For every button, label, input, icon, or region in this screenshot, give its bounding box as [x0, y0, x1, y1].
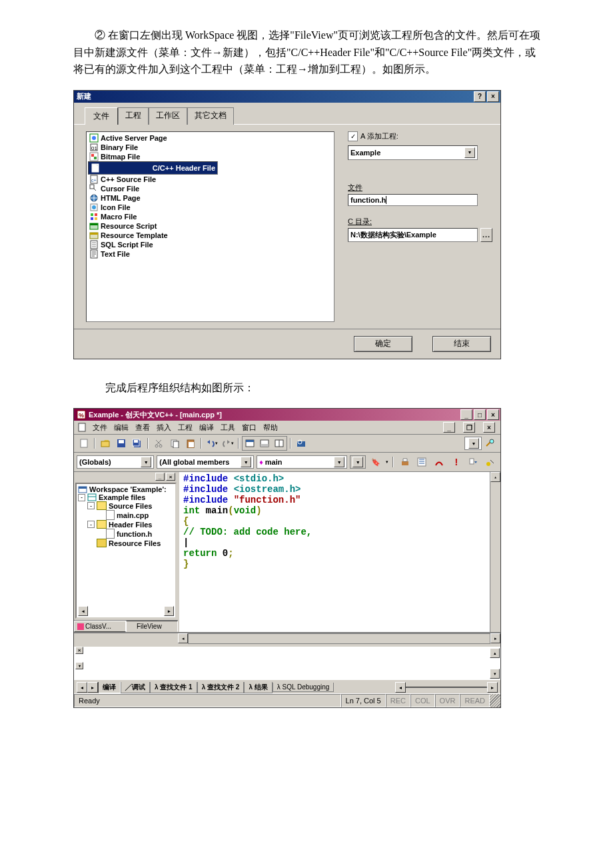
search-combo-icon[interactable] [294, 437, 308, 450]
output-pin-icon[interactable]: ▾ [75, 662, 83, 669]
compile-icon[interactable] [398, 455, 412, 469]
tab-project[interactable]: 工程 [118, 107, 149, 125]
browse-button[interactable]: ... [480, 228, 492, 242]
output-tab-find2[interactable]: λ 查找文件 2 [197, 682, 245, 693]
close-button[interactable]: 结束 [432, 336, 491, 352]
output-tab-left-icon[interactable]: ◂ [77, 682, 87, 693]
go-icon[interactable]: ! [449, 455, 464, 469]
output-icon[interactable] [257, 437, 272, 450]
undo-icon[interactable]: ▾ [205, 437, 219, 450]
menu-view[interactable]: 查看 [135, 423, 150, 433]
toolbar-combo[interactable]: ▼ [464, 437, 482, 450]
file-type-list[interactable]: Active Server Page01Binary FileBitmap Fi… [86, 131, 334, 322]
menu-project[interactable]: 工程 [178, 423, 193, 433]
editor-scroll-right-icon[interactable]: ▸ [490, 633, 500, 643]
file-type-item[interactable]: Resource Script [88, 221, 332, 231]
func-combo[interactable]: ♦ main▼ [257, 455, 347, 469]
project-select[interactable]: Example ▼ [348, 145, 478, 160]
output-tab-sql[interactable]: λ SQL Debugging [273, 683, 334, 692]
file-type-item[interactable]: Cursor File [88, 184, 332, 193]
members-combo[interactable]: (All global members▼ [157, 455, 254, 469]
output-scroll-down-icon[interactable]: ▾ [490, 669, 500, 679]
svg-rect-51 [470, 459, 474, 464]
editor-scroll-left-icon[interactable]: ◂ [178, 633, 188, 643]
new-doc-icon[interactable] [77, 437, 91, 450]
file-type-item[interactable]: SQL Script File [88, 240, 332, 249]
output-hscroll-left-icon[interactable]: ◂ [395, 682, 406, 693]
build-icon[interactable] [415, 455, 430, 469]
menu-compile[interactable]: 编译 [199, 423, 214, 433]
output-hscroll-right-icon[interactable]: ▸ [487, 682, 498, 693]
panel-tab-classview[interactable]: ClassV... [74, 621, 126, 632]
filename-input[interactable]: function.h [348, 194, 478, 206]
filename-label: 文件 [348, 183, 492, 193]
output-scroll-up-icon[interactable]: ▴ [490, 648, 500, 658]
flag-icon[interactable]: 🔖 [368, 455, 383, 469]
find-icon[interactable] [483, 437, 498, 450]
file-type-item[interactable]: Active Server Page [88, 133, 332, 143]
save-icon[interactable] [114, 437, 129, 450]
minimize-icon[interactable]: _ [460, 409, 472, 420]
file-tree[interactable]: Workspace 'Example': -Example files -Sou… [75, 483, 177, 619]
menu-tools[interactable]: 工具 [221, 423, 235, 433]
output-tab-find1[interactable]: λ 查找文件 1 [150, 682, 197, 693]
file-type-item[interactable]: Macro File [88, 212, 332, 221]
saveall-icon[interactable] [130, 437, 145, 450]
file-type-item[interactable]: C/C++ Header File [88, 161, 218, 175]
tab-other[interactable]: 其它文档 [187, 107, 234, 125]
panel-close-icon[interactable]: × [166, 473, 175, 481]
child-minimize-icon[interactable]: _ [443, 422, 455, 433]
panes-icon[interactable] [272, 437, 287, 450]
close-icon[interactable]: × [487, 91, 499, 102]
nav-combo[interactable]: ▼ [350, 455, 366, 469]
tab-workspace[interactable]: 工作区 [149, 107, 187, 125]
dialog-tabs: 文件 工程 工作区 其它文档 [74, 103, 500, 125]
scope-combo[interactable]: (Globals)▼ [77, 455, 154, 469]
output-tab-results[interactable]: λ 结果 [244, 682, 272, 693]
menu-edit[interactable]: 编辑 [114, 423, 129, 433]
menu-window[interactable]: 窗口 [242, 423, 257, 433]
menu-file[interactable]: 文件 [93, 423, 107, 433]
stop-icon[interactable] [432, 455, 446, 469]
file-type-icon [89, 193, 99, 203]
file-type-item[interactable]: Icon File [88, 203, 332, 212]
cut-icon[interactable] [151, 437, 166, 450]
help-icon[interactable]: ? [474, 91, 486, 102]
file-type-icon: c+ [89, 175, 99, 184]
output-close-icon[interactable]: × [75, 647, 83, 654]
file-type-item[interactable]: 01Binary File [88, 143, 332, 152]
window-list-icon[interactable] [243, 437, 257, 450]
add-to-project-checkbox[interactable]: ✓ A 添加工程: [348, 131, 492, 141]
open-icon[interactable] [98, 437, 113, 450]
ok-button[interactable]: 确定 [354, 336, 412, 352]
tab-file[interactable]: 文件 [85, 107, 118, 125]
resize-grip-icon[interactable] [490, 694, 500, 707]
panel-tab-fileview[interactable]: FileView [126, 621, 178, 632]
maximize-icon[interactable]: □ [474, 409, 486, 420]
close-window-icon[interactable]: × [487, 409, 499, 420]
file-type-item[interactable]: HTML Page [88, 193, 332, 203]
scroll-left-icon[interactable]: ◂ [78, 606, 88, 616]
scroll-right-icon[interactable]: ▸ [164, 606, 174, 616]
code-editor[interactable]: #include <stdio.h>#include <iostream.h>#… [179, 472, 500, 632]
file-type-item[interactable]: Bitmap File [88, 152, 332, 161]
menu-insert[interactable]: 插入 [157, 423, 171, 433]
file-type-item[interactable]: Text File [88, 249, 332, 259]
copy-icon[interactable] [167, 437, 182, 450]
child-restore-icon[interactable]: ❐ [463, 422, 475, 433]
breakpoint-icon[interactable] [483, 455, 498, 469]
step-icon[interactable] [466, 455, 481, 469]
file-type-item[interactable]: c+C++ Source File [88, 175, 332, 184]
directory-input[interactable]: N:\数据结构实验\Example [348, 228, 478, 242]
menu-help[interactable]: 帮助 [263, 423, 278, 433]
panel-min-icon[interactable]: _ [155, 473, 165, 481]
folder-icon [97, 501, 107, 510]
paste-icon[interactable] [183, 437, 198, 450]
output-tab-compile[interactable]: 编译 [98, 682, 121, 693]
redo-icon[interactable]: ▾ [221, 437, 235, 450]
file-type-item[interactable]: Resource Template [88, 231, 332, 240]
output-tab-debug[interactable]: ╱调试 [121, 682, 150, 693]
child-close-icon[interactable]: × [483, 422, 495, 433]
output-tab-right-icon[interactable]: ▸ [87, 682, 98, 693]
scroll-up-icon[interactable]: ▴ [490, 472, 500, 482]
